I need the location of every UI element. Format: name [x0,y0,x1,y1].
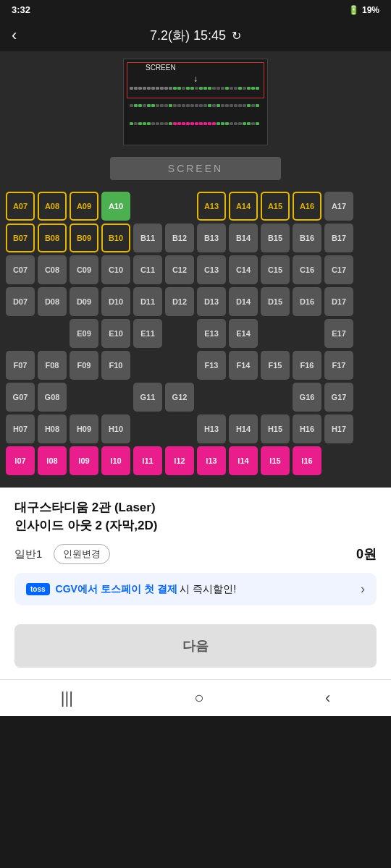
seat-D11[interactable]: D11 [133,287,162,316]
seat-E09[interactable]: E09 [70,319,98,348]
seat-C08[interactable]: C08 [38,255,67,284]
bottom-panel: 대구스타디움 2관 (Laser) 인사이드 아웃 2 (자막,2D) 일반1 … [0,488,391,617]
seat-I10[interactable]: I10 [101,446,130,475]
seat-I12[interactable]: I12 [165,446,194,475]
seat-C15[interactable]: C15 [261,255,290,284]
seats-scroll[interactable]: A07A08A09A10A13A14A15A16A17B07B08B09B10B… [0,186,391,484]
seat-F16[interactable]: F16 [293,351,321,380]
seat-D10[interactable]: D10 [101,287,130,316]
seat-C10[interactable]: C10 [101,255,130,284]
seat-F07[interactable]: F07 [6,351,35,380]
seat-B17[interactable]: B17 [324,224,353,252]
main-screen-label: SCREEN [110,157,281,180]
seat-I13[interactable]: I13 [197,446,226,475]
seat-A17[interactable]: A17 [324,192,353,221]
status-right: 🔋 19% [348,5,379,15]
seat-C12[interactable]: C12 [165,255,194,284]
seat-A09[interactable]: A09 [70,192,98,221]
seat-I08[interactable]: I08 [38,446,67,475]
main-screen-area: SCREEN [0,151,391,186]
seat-A07[interactable]: A07 [6,192,35,221]
seat-I16[interactable]: I16 [293,446,321,475]
seat-E10[interactable]: E10 [101,319,130,348]
seat-A16[interactable]: A16 [293,192,321,221]
nav-home-icon[interactable]: ○ [194,689,203,707]
seat-C16[interactable]: C16 [293,255,321,284]
seat-D07[interactable]: D07 [6,287,35,316]
seat-A10[interactable]: A10 [101,192,130,221]
seat-D09[interactable]: D09 [70,287,98,316]
refresh-icon[interactable]: ↻ [232,29,241,43]
seat-B12[interactable]: B12 [165,224,194,252]
seat-B11[interactable]: B11 [133,224,162,252]
toss-banner[interactable]: toss CGV에서 토스페이 첫 결제 시 즉시할인! › [14,573,377,605]
seat-B07[interactable]: B07 [6,224,35,252]
seat-B16[interactable]: B16 [293,224,321,252]
toss-highlight-text: CGV에서 토스페이 첫 결제 [56,583,177,595]
seat-C14[interactable]: C14 [229,255,258,284]
seat-A13[interactable]: A13 [197,192,226,221]
seat-I07[interactable]: I07 [6,446,35,475]
seat-H17[interactable]: H17 [324,414,353,443]
seat-I15[interactable]: I15 [261,446,290,475]
seat-F09[interactable]: F09 [70,351,98,380]
seat-A15[interactable]: A15 [261,192,290,221]
seat-A08[interactable]: A08 [38,192,67,221]
seat-C13[interactable]: C13 [197,255,226,284]
seat-G11[interactable]: G11 [133,383,162,412]
seat-G17[interactable]: G17 [324,383,353,412]
seat-D17[interactable]: D17 [324,287,353,316]
seat-D13[interactable]: D13 [197,287,226,316]
seat-B09[interactable]: B09 [70,224,98,252]
seat-B08[interactable]: B08 [38,224,67,252]
seat-H13[interactable]: H13 [197,414,226,443]
seat-H10[interactable]: H10 [101,414,130,443]
next-button[interactable]: 다음 [14,624,377,668]
seat-G16[interactable]: G16 [293,383,321,412]
mini-map: SCREEN ↓ [123,59,268,145]
seat-B15[interactable]: B15 [261,224,290,252]
seat-E17[interactable]: E17 [324,319,353,348]
seat-F15[interactable]: F15 [261,351,290,380]
seat-B10[interactable]: B10 [101,224,130,252]
nav-menu-icon[interactable]: ||| [61,689,73,707]
seat-F14[interactable]: F14 [229,351,258,380]
back-button[interactable]: ‹ [12,26,17,45]
seat-H16[interactable]: H16 [293,414,321,443]
seat-D14[interactable]: D14 [229,287,258,316]
toss-text: CGV에서 토스페이 첫 결제 시 즉시할인! [56,583,237,596]
seat-H07[interactable]: H07 [6,414,35,443]
seat-D16[interactable]: D16 [293,287,321,316]
seat-B14[interactable]: B14 [229,224,258,252]
nav-back-icon[interactable]: ‹ [325,689,330,707]
change-people-button[interactable]: 인원변경 [54,544,110,564]
seat-row-E: E09E10E11E13E14E17 [6,319,385,348]
seat-H15[interactable]: H15 [261,414,290,443]
seat-D08[interactable]: D08 [38,287,67,316]
seat-E14[interactable]: E14 [229,319,258,348]
seat-I09[interactable]: I09 [70,446,98,475]
toss-logo: toss [26,583,50,595]
seat-G07[interactable]: G07 [6,383,35,412]
seat-D15[interactable]: D15 [261,287,290,316]
seat-F13[interactable]: F13 [197,351,226,380]
seat-C09[interactable]: C09 [70,255,98,284]
seat-C07[interactable]: C07 [6,255,35,284]
seat-C17[interactable]: C17 [324,255,353,284]
seat-F08[interactable]: F08 [38,351,67,380]
seat-D12[interactable]: D12 [165,287,194,316]
seat-G12[interactable]: G12 [165,383,194,412]
seat-I14[interactable]: I14 [229,446,258,475]
seat-E11[interactable]: E11 [133,319,162,348]
seat-C11[interactable]: C11 [133,255,162,284]
seat-H08[interactable]: H08 [38,414,67,443]
seat-G08[interactable]: G08 [38,383,67,412]
seat-I11[interactable]: I11 [133,446,162,475]
seat-B13[interactable]: B13 [197,224,226,252]
seat-H09[interactable]: H09 [70,414,98,443]
seat-F17[interactable]: F17 [324,351,353,380]
seat-E13[interactable]: E13 [197,319,226,348]
seat-H14[interactable]: H14 [229,414,258,443]
seat-F10[interactable]: F10 [101,351,130,380]
seat-A14[interactable]: A14 [229,192,258,221]
